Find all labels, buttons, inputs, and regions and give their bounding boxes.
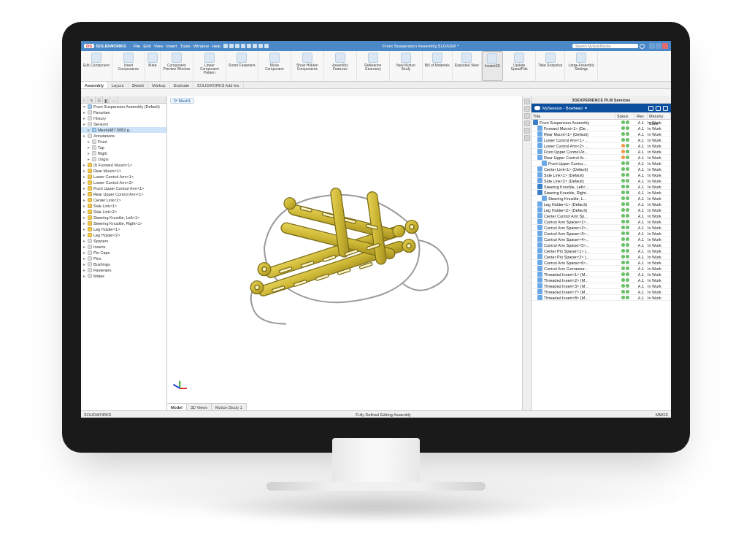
- plm-row[interactable]: Side Link<2> (Default)A.1In Work: [532, 178, 671, 184]
- ribbon-move-component[interactable]: Move Component: [258, 51, 291, 81]
- tree-node[interactable]: ▸Top: [81, 145, 166, 150]
- help-icon[interactable]: [640, 44, 645, 49]
- plm-row[interactable]: Center Pin Spacer<1> (...A.1In Work: [532, 248, 671, 254]
- ribbon-large-assembly-settings[interactable]: Large Assembly Settings: [565, 51, 598, 81]
- qat-icon[interactable]: [253, 44, 257, 48]
- tree-node[interactable]: ▸Rear Upper Control Arm<1>: [81, 191, 166, 197]
- tab-evaluate[interactable]: Evaluate: [170, 82, 193, 88]
- plm-row[interactable]: Control Arm Spacer<5>...A.1In Work: [532, 242, 671, 248]
- plm-row[interactable]: Front Upper Contro...A.1In Work: [532, 161, 671, 166]
- ribbon-update-speedpak[interactable]: Update SpeedPak: [503, 51, 536, 81]
- ribbon-insert-components[interactable]: Insert Components: [112, 51, 145, 81]
- taskpane-tab-icon[interactable]: [524, 120, 530, 126]
- tree-node[interactable]: ▸Bushings: [81, 261, 166, 267]
- menu-file[interactable]: File: [132, 44, 142, 48]
- plm-row[interactable]: Center Control Arm Sp...A.1In Work: [532, 213, 671, 219]
- bottom-tab-model[interactable]: Model: [167, 404, 187, 410]
- tree-node[interactable]: ▸Side Link<2>: [81, 209, 166, 215]
- tree-node[interactable]: ▸(f) Forward Mount<1>: [81, 162, 166, 168]
- plm-row[interactable]: Threaded Insert<2> (M...A.1In Work: [532, 277, 671, 283]
- tree-node[interactable]: ▸Front Upper Control Arm<1>: [81, 185, 166, 191]
- orientation-triad[interactable]: [172, 380, 188, 396]
- plm-row[interactable]: Threaded Insert<1> (M...A.1In Work: [532, 272, 671, 277]
- tree-node[interactable]: ▸Center Link<1>: [81, 197, 166, 203]
- plm-row[interactable]: Control Arm Spacer<6>...A.1In Work: [532, 260, 671, 266]
- tree-node[interactable]: ▸Leg Holder<2>: [81, 232, 166, 238]
- maximize-button[interactable]: [656, 43, 661, 49]
- tree-node[interactable]: ▸Lower Control Arm<2>: [81, 180, 166, 185]
- plm-row[interactable]: Forward Mount<1> (De...A.1In Work: [532, 126, 671, 131]
- ribbon-take-snapshot[interactable]: Take Snapshot: [536, 51, 565, 81]
- menu-help[interactable]: Help: [210, 44, 222, 48]
- tree-node[interactable]: ▸Steering Knuckle, Left<1>: [81, 215, 166, 220]
- graphics-viewport[interactable]: ⟳ Mesh1: [167, 96, 522, 410]
- plm-row[interactable]: Control Arm Connector...A.1In Work: [532, 266, 671, 272]
- plm-row[interactable]: Control Arm Spacer<1>...A.1In Work: [532, 219, 671, 225]
- plm-row[interactable]: Steering Knuckle, L...A.1In Work: [532, 196, 671, 202]
- col-title[interactable]: Title: [532, 112, 615, 119]
- menu-view[interactable]: View: [153, 44, 165, 48]
- plm-session-label[interactable]: MySession - Bowhead: [542, 106, 583, 110]
- plm-row[interactable]: Rear Upper Control Ar...A.1In Work: [532, 155, 671, 161]
- plm-row[interactable]: Threaded Insert<8> (M...A.1In Work: [532, 295, 671, 301]
- menu-insert[interactable]: Insert: [165, 44, 179, 48]
- plm-row[interactable]: Center Pin Spacer<2> (...A.1In Work: [532, 254, 671, 260]
- ribbon-reference-geometry[interactable]: Reference Geometry: [357, 51, 390, 81]
- qat-icon[interactable]: [223, 44, 228, 48]
- fm-tab-property-icon[interactable]: ✎: [88, 96, 96, 104]
- ribbon-edit-component[interactable]: Edit Component: [81, 51, 112, 81]
- menu-icon[interactable]: [663, 106, 668, 111]
- plm-row[interactable]: Threaded Insert<3> (M...A.1In Work: [532, 283, 671, 289]
- fm-tab-config-icon[interactable]: ☰: [96, 96, 103, 104]
- tree-node[interactable]: ▸Origin: [81, 156, 166, 162]
- plm-row[interactable]: Leg Holder<1> (Default)A.1In Work: [532, 202, 671, 207]
- qat-icon[interactable]: [235, 44, 239, 48]
- tree-node[interactable]: ▸Spacers: [81, 238, 166, 244]
- qat-icon[interactable]: [247, 44, 251, 48]
- taskpane-tab-icon[interactable]: [524, 135, 530, 141]
- plm-row[interactable]: Control Arm Spacer<2>...A.1In Work: [532, 225, 671, 231]
- ribbon-linear-component-pattern[interactable]: Linear Component Pattern: [193, 51, 226, 81]
- ribbon-show-hidden-components[interactable]: Show Hidden Components: [291, 51, 324, 81]
- plm-row[interactable]: Threaded Insert<7> (M...A.1In Work: [532, 289, 671, 295]
- tree-node[interactable]: ▸Lower Control Arm<1>: [81, 174, 166, 180]
- col-rev[interactable]: Rev.: [634, 112, 648, 119]
- menu-edit[interactable]: Edit: [142, 44, 152, 48]
- tree-node[interactable]: ▸Mesh(487.5082 g...: [81, 127, 166, 133]
- bottom-tab-3d-views[interactable]: 3D Views: [187, 404, 212, 410]
- tab-solidworks-add-ins[interactable]: SOLIDWORKS Add-Ins: [193, 82, 243, 88]
- menu-window[interactable]: Window: [192, 44, 210, 48]
- taskpane-tab-icon[interactable]: [524, 128, 530, 134]
- qat-icon[interactable]: [229, 44, 234, 48]
- taskpane-tab-icon[interactable]: [524, 99, 530, 104]
- tree-node[interactable]: ▸Leg Holder<1>: [81, 226, 166, 232]
- status-units[interactable]: MMGS: [656, 413, 668, 417]
- tab-layout[interactable]: Layout: [108, 82, 128, 88]
- plm-row[interactable]: Lower Control Arm<2> ...A.1In Work: [532, 143, 671, 149]
- col-status[interactable]: Status: [615, 112, 634, 119]
- ribbon-mate[interactable]: Mate: [145, 51, 161, 81]
- plm-row[interactable]: Control Arm Spacer<4>...A.1In Work: [532, 237, 671, 242]
- tree-node[interactable]: ▸Right: [81, 150, 166, 156]
- ribbon-bill-of-materials[interactable]: Bill of Materials: [423, 51, 453, 81]
- qat-icon[interactable]: [241, 44, 245, 48]
- tree-node[interactable]: ▸Mates: [81, 273, 166, 279]
- ribbon-component-preview-window[interactable]: Component Preview Window: [161, 51, 193, 81]
- tab-assembly[interactable]: Assembly: [81, 82, 108, 88]
- tree-node[interactable]: ▸Rear Mount<1>: [81, 168, 166, 174]
- plm-row[interactable]: Front Suspension AssemblyA.1In Work: [532, 120, 671, 126]
- plm-row[interactable]: Steering Knuckle, Left<...A.1In Work: [532, 184, 671, 190]
- fm-tab-display-icon[interactable]: ◧: [103, 96, 110, 104]
- tab-sketch[interactable]: Sketch: [128, 82, 149, 88]
- tree-node[interactable]: ▸Favorites: [81, 110, 166, 115]
- bottom-tab-motion-study-1[interactable]: Motion Study 1: [212, 404, 247, 410]
- tree-node[interactable]: ▸Side Link<1>: [81, 203, 166, 209]
- plm-row[interactable]: Leg Holder<2> (Default)A.1In Work: [532, 207, 671, 213]
- ribbon-exploded-view[interactable]: Exploded View: [453, 51, 482, 81]
- ribbon-instant3d[interactable]: Instant3D: [482, 51, 503, 81]
- plm-row[interactable]: Lower Control Arm<1> ...A.1In Work: [532, 137, 671, 143]
- fm-tab-more-icon[interactable]: ⋯: [110, 96, 118, 104]
- plm-row[interactable]: Center Link<1> (Default)A.1In Work: [532, 166, 671, 172]
- tree-node[interactable]: ▸History: [81, 115, 166, 121]
- tree-node[interactable]: ▸Steering Knuckle, Right<1>: [81, 220, 166, 226]
